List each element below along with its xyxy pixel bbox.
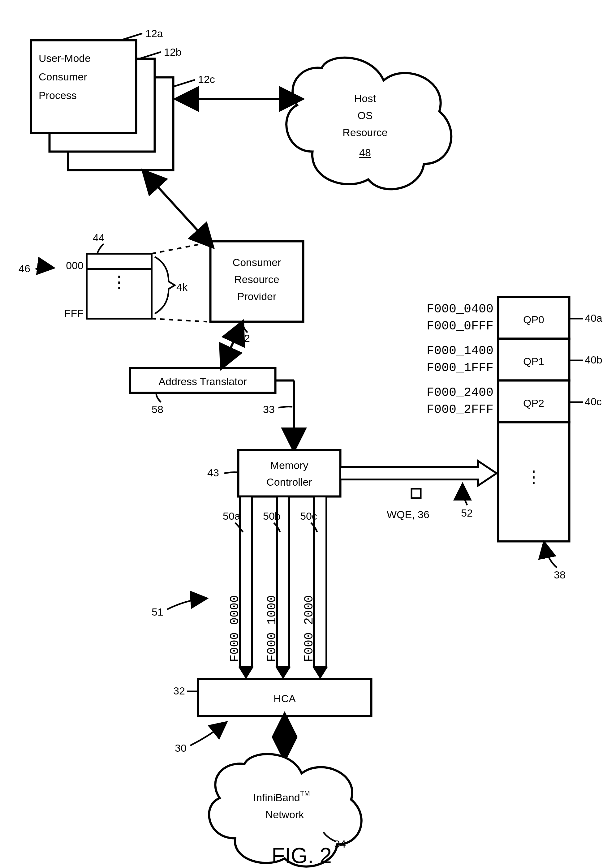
host-os-ref: 48 xyxy=(359,147,371,158)
wqe-label: WQE, 36 xyxy=(387,508,430,520)
host-os-l3: Resource xyxy=(343,127,388,138)
ref-52: 52 xyxy=(461,507,473,519)
chan-addr-0: F000_0000 xyxy=(228,595,242,662)
qp1-label: QP1 xyxy=(523,355,544,367)
ref-40c: 40c xyxy=(585,395,602,408)
usermode-text-l1: User-Mode xyxy=(39,52,91,64)
ref-50c: 50c xyxy=(300,510,317,522)
svg-line-5 xyxy=(173,80,195,86)
address-translator-text: Address Translator xyxy=(158,375,247,387)
svg-line-9 xyxy=(152,243,207,254)
usermode-text-l3: Process xyxy=(39,90,77,101)
usermode-text-l2: Consumer xyxy=(39,71,87,83)
wqe-square xyxy=(411,489,421,498)
chan-addr-2: F000_2000 xyxy=(302,595,316,662)
chan-addr-1: F000_1000 xyxy=(265,595,279,662)
qp0-a1: F000_0FFF xyxy=(427,319,493,333)
crp-l2: Resource xyxy=(234,273,279,285)
hca-text: HCA xyxy=(274,693,296,704)
memory-controller-box xyxy=(238,450,340,496)
infiniband-l2: Network xyxy=(266,809,305,820)
diagram: User-Mode Consumer Process 12a 12b 12c H… xyxy=(0,0,603,868)
qp0-label: QP0 xyxy=(523,314,544,326)
ref-40b: 40b xyxy=(585,354,602,366)
user-mode-consumer-process-stack: User-Mode Consumer Process xyxy=(31,40,173,170)
ref-12b: 12b xyxy=(164,46,182,58)
crp-l3: Provider xyxy=(237,290,277,302)
arrow-crp-at xyxy=(223,325,241,365)
ref-12c: 12c xyxy=(198,73,215,85)
ref-50b: 50b xyxy=(263,510,281,522)
memctrl-l1: Memory xyxy=(271,459,308,471)
ref-50a: 50a xyxy=(223,510,240,522)
ref-51: 51 xyxy=(152,606,163,618)
svg-text:⋮: ⋮ xyxy=(111,274,127,293)
qp2-a0: F000_2400 xyxy=(427,386,493,400)
svg-text:⋮: ⋮ xyxy=(525,469,542,488)
svg-line-10 xyxy=(152,319,207,322)
ref-34: 34 xyxy=(334,838,346,850)
addrtable-000: 000 xyxy=(66,259,83,271)
ref-30: 30 xyxy=(175,742,187,754)
qp-table: ⋮ xyxy=(498,297,569,541)
addr-4k-table: 000 FFF ⋮ xyxy=(64,254,152,319)
figure-caption: FIG. 2 xyxy=(272,843,332,868)
ref-46: 46 xyxy=(19,263,30,274)
memctrl-to-qptable-arrow xyxy=(340,461,496,486)
ref-32: 32 xyxy=(173,685,185,697)
addrtable-4k: 4k xyxy=(176,281,188,293)
host-os-resource-cloud: Host OS Resource 48 xyxy=(286,57,451,189)
host-os-l1: Host xyxy=(354,93,376,104)
crp-l1: Consumer xyxy=(233,256,281,268)
ref-42: 42 xyxy=(238,332,250,344)
host-os-l2: OS xyxy=(357,110,373,121)
ref-33: 33 xyxy=(263,403,275,415)
qp2-label: QP2 xyxy=(523,397,544,409)
qp1-a1: F000_1FFF xyxy=(427,361,493,375)
svg-rect-6 xyxy=(87,254,152,269)
qp1-a0: F000_1400 xyxy=(427,344,493,358)
qp2-a1: F000_2FFF xyxy=(427,403,493,417)
arrow-usermode-crp xyxy=(145,173,210,244)
ref-58: 58 xyxy=(152,403,163,415)
ref-43: 43 xyxy=(207,467,219,479)
memctrl-l2: Controller xyxy=(266,476,312,488)
addrtable-fff: FFF xyxy=(64,307,83,319)
ref-44: 44 xyxy=(93,232,105,244)
qp0-a0: F000_0400 xyxy=(427,302,493,316)
ref-40a: 40a xyxy=(585,312,602,324)
ref-12a: 12a xyxy=(145,28,163,39)
ref-38: 38 xyxy=(554,569,566,581)
